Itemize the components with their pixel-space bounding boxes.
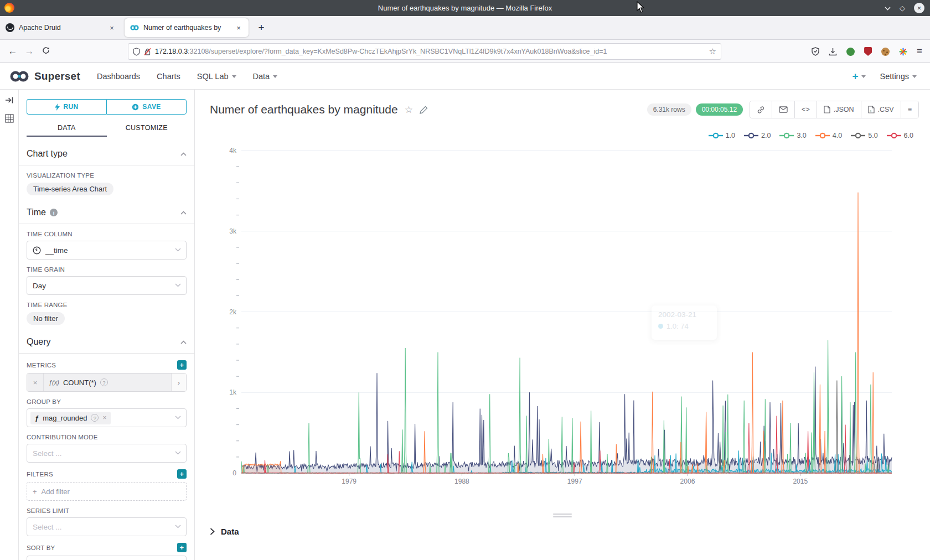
query-timer-badge: 00:00:05.12 (696, 103, 743, 116)
group-by-select[interactable]: ƒmag_rounded ? × (27, 408, 187, 427)
svg-text:3k: 3k (229, 227, 237, 235)
plus-circle-icon (132, 103, 139, 111)
close-tab-icon[interactable]: × (234, 24, 243, 32)
svg-text:2015: 2015 (793, 478, 808, 485)
section-chart-type[interactable]: Chart type (27, 149, 187, 159)
new-tab-button[interactable]: + (252, 18, 271, 37)
bookmark-star-icon[interactable]: ☆ (709, 46, 716, 56)
collapse-panel-icon[interactable] (5, 96, 14, 104)
tab-label: Apache Druid (19, 24, 103, 32)
group-by-chip[interactable]: ƒmag_rounded ? × (30, 412, 111, 424)
help-icon: ? (91, 414, 99, 422)
contribution-mode-select[interactable]: Select ... (27, 444, 187, 463)
back-icon[interactable]: ← (4, 46, 21, 57)
sort-by-select[interactable]: Select ... (27, 556, 187, 560)
group-by-label: GROUP BY (27, 398, 61, 405)
tab-apache-druid[interactable]: Apache Druid × (0, 18, 122, 37)
chevron-right-icon (210, 528, 215, 535)
browser-toolbar: ← → 172.18.0.3:32108/superset/explore/?f… (0, 40, 930, 63)
insecure-lock-icon[interactable] (144, 48, 151, 56)
window-titlebar: Numer of earthquakes by magnitude — Mozi… (0, 0, 930, 16)
colorful-extension-icon[interactable] (899, 48, 907, 56)
series-limit-select[interactable]: Select ... (27, 517, 187, 536)
svg-text:0: 0 (232, 469, 236, 477)
time-grain-label: TIME GRAIN (27, 266, 65, 273)
nav-charts[interactable]: Charts (157, 72, 180, 81)
time-grain-select[interactable]: Day (27, 276, 187, 295)
download-icon[interactable] (829, 48, 837, 56)
time-column-select[interactable]: __time (27, 241, 187, 260)
extension-green-icon[interactable] (846, 48, 855, 56)
edit-pencil-icon[interactable] (420, 106, 428, 114)
copy-link-icon[interactable] (750, 101, 772, 118)
viz-type-pill[interactable]: Time-series Area Chart (27, 183, 113, 195)
dataset-grid-icon[interactable] (5, 114, 14, 123)
close-tab-icon[interactable]: × (107, 24, 116, 32)
time-range-label: TIME RANGE (27, 302, 68, 308)
series-4.0 (241, 193, 892, 473)
remove-chip-icon[interactable]: × (102, 414, 106, 422)
left-rail (0, 90, 19, 560)
control-panel: RUN SAVE DATA CUSTOMIZE Chart type (19, 90, 195, 560)
export-json-button[interactable]: .JSON (817, 101, 861, 118)
svg-text:x: x (870, 109, 871, 112)
close-window-icon[interactable]: × (914, 3, 924, 13)
ublock-icon[interactable] (864, 47, 872, 56)
shield-check-icon[interactable] (812, 47, 819, 56)
settings-menu[interactable]: Settings (880, 72, 917, 81)
metric-chip[interactable]: × ƒ(x)COUNT(*)? › (27, 373, 187, 392)
shield-permissions-icon[interactable] (133, 48, 140, 56)
superset-favicon (130, 23, 139, 32)
tooltip-date: 2002-03-21 (658, 310, 710, 319)
restore-window-icon[interactable]: ◇ (900, 4, 905, 12)
embed-code-icon[interactable]: <> (795, 101, 817, 118)
chart-tooltip: 2002-03-21 1.0: 74 (652, 305, 717, 340)
section-time[interactable]: Timei (27, 208, 187, 217)
expand-metric-icon[interactable]: › (171, 374, 186, 391)
help-icon: ? (100, 378, 108, 386)
remove-metric-icon[interactable]: × (27, 374, 44, 391)
chevron-down-icon (912, 75, 917, 78)
reload-icon[interactable] (38, 46, 54, 57)
nav-sql-lab[interactable]: SQL Lab (197, 72, 236, 81)
new-item-button[interactable]: + (852, 70, 865, 82)
export-csv-button[interactable]: x .CSV (861, 101, 901, 118)
tab-data[interactable]: DATA (27, 120, 107, 137)
url-text[interactable]: 172.18.0.3:32108/superset/explore/?form_… (155, 48, 705, 55)
nav-dashboards[interactable]: Dashboards (97, 72, 140, 81)
cookie-extension-icon[interactable] (881, 48, 890, 56)
forward-icon[interactable]: → (21, 46, 38, 57)
url-bar[interactable]: 172.18.0.3:32108/superset/explore/?form_… (128, 43, 721, 60)
add-filter-button[interactable]: + (177, 469, 187, 479)
section-query[interactable]: Query (27, 337, 187, 347)
tab-customize[interactable]: CUSTOMIZE (107, 120, 187, 137)
add-filter-dropzone[interactable]: +Add filter (27, 482, 187, 501)
chevron-down-icon (175, 248, 181, 252)
chevron-down-icon (175, 451, 181, 455)
svg-text:1988: 1988 (454, 478, 469, 485)
run-button[interactable]: RUN (27, 99, 106, 115)
mouse-cursor (637, 1, 645, 13)
tab-superset-explore[interactable]: Numer of earthquakes by × (125, 18, 249, 37)
favorite-star-icon[interactable]: ☆ (405, 104, 413, 116)
data-panel-header[interactable]: Data (210, 527, 239, 536)
superset-logo[interactable]: Superset (9, 70, 80, 83)
tab-label: Numer of earthquakes by (143, 24, 230, 32)
tab-list-chevron-icon[interactable] (885, 4, 891, 12)
chevron-down-icon (175, 525, 181, 528)
add-metric-button[interactable]: + (177, 360, 187, 370)
add-sort-button[interactable]: + (177, 543, 187, 552)
browser-menu-icon[interactable]: ≡ (917, 46, 922, 57)
contribution-mode-label: CONTRIBUTION MODE (27, 434, 98, 440)
save-button[interactable]: SAVE (106, 99, 187, 115)
chevron-up-icon (180, 211, 187, 215)
chart-menu-icon[interactable]: ≡ (901, 101, 918, 118)
time-range-pill[interactable]: No filter (27, 312, 65, 325)
nav-data[interactable]: Data (253, 72, 278, 81)
timeseries-area-chart[interactable]: 01k2k3k4k19791988199720062015 (210, 138, 919, 497)
email-icon[interactable] (772, 101, 795, 118)
chart-area: Numer of earthquakes by magnitude ☆ 6.31… (195, 90, 930, 560)
filters-label: FILTERS (27, 471, 53, 478)
resize-handle[interactable] (553, 514, 572, 519)
druid-favicon (6, 23, 14, 32)
